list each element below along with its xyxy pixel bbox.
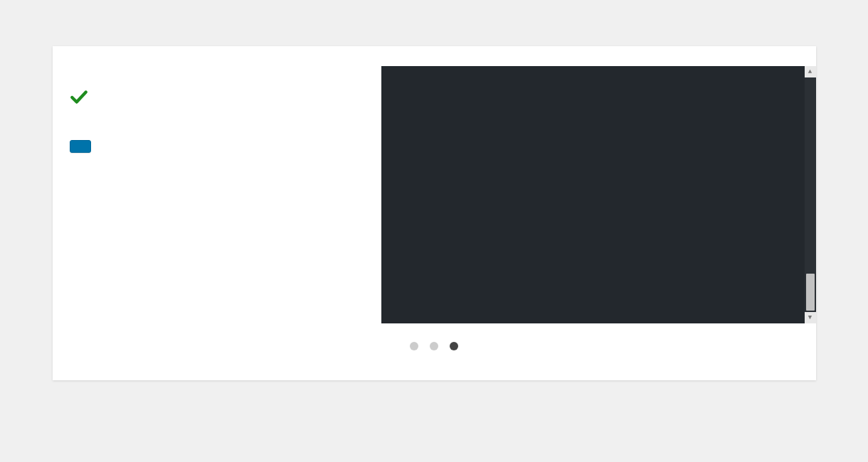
scrollbar-track[interactable]: ▲ ▼	[805, 66, 816, 323]
chevron-up-icon[interactable]: ▲	[805, 66, 816, 77]
chevron-down-icon[interactable]: ▼	[805, 312, 816, 323]
step-dot-3[interactable]	[450, 342, 458, 350]
step-dot-1[interactable]	[410, 342, 418, 350]
activity-column: ▲ ▼	[363, 46, 816, 323]
status-column	[53, 46, 363, 323]
restore-panel: ▲ ▼	[53, 46, 816, 380]
step-dot-2[interactable]	[430, 342, 438, 350]
scrollbar-thumb[interactable]	[806, 274, 815, 311]
page-header	[0, 0, 868, 46]
step-indicator	[53, 323, 816, 380]
restore-success-status	[70, 87, 346, 106]
return-to-config-button[interactable]	[70, 140, 91, 153]
activity-log-terminal[interactable]: ▲ ▼	[381, 66, 816, 323]
check-icon	[70, 87, 88, 106]
